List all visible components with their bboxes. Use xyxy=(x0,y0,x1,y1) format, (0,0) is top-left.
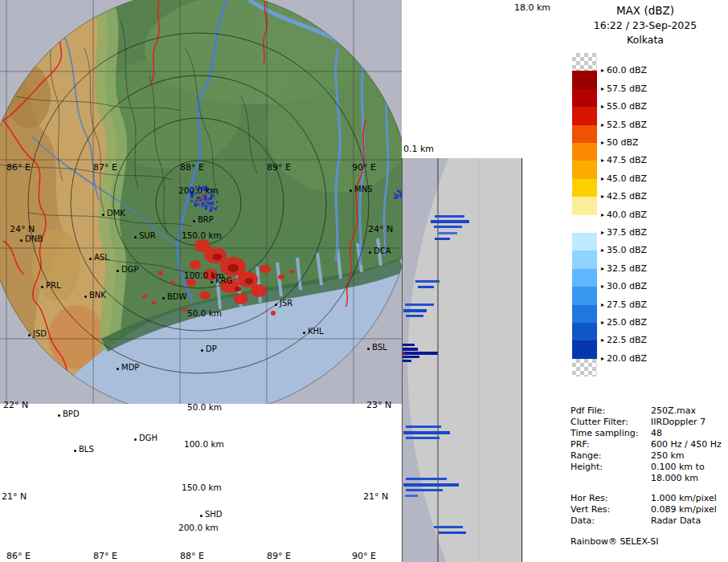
strong-echo-blob xyxy=(251,284,267,297)
echo-bar-horizontal xyxy=(406,437,440,439)
lat-label-left: 21° N xyxy=(2,491,27,502)
strong-echo-blob xyxy=(152,301,157,304)
lat-label-right: 21° N xyxy=(363,491,388,502)
clutter-dot xyxy=(198,185,200,187)
station-label: SHD xyxy=(205,510,223,519)
scale-cell-color xyxy=(572,89,597,107)
scale-tick-text: 22.5 dBZ xyxy=(607,335,647,345)
scale-tick-text: 47.5 dBZ xyxy=(607,155,647,165)
clutter-red-dot xyxy=(201,197,203,199)
clutter-dot xyxy=(202,205,205,207)
scale-cell-color xyxy=(572,107,597,124)
echo-bar-horizontal xyxy=(438,232,457,234)
metadata-label: Range: xyxy=(571,450,602,462)
metadata-row: PRF:600 Hz / 450 Hz xyxy=(571,439,725,450)
metadata-label: Hor Res: xyxy=(571,493,607,504)
scale-tick-label: ▸32.5 dBZ xyxy=(601,263,647,274)
clutter-dot xyxy=(209,193,211,195)
station-dot xyxy=(200,515,202,517)
scale-tick-arrow-icon: ▸ xyxy=(601,139,604,146)
echo-bar-horizontal xyxy=(403,431,450,434)
scale-tick-label: ▸55.0 dBZ xyxy=(601,101,647,112)
scale-tick-text: 40.0 dBZ xyxy=(607,210,647,220)
lon-label-bottom: 86° E xyxy=(6,551,31,561)
clutter-red-dot xyxy=(205,200,207,202)
strong-echo-blob xyxy=(142,295,147,298)
clutter-dot xyxy=(211,203,214,206)
scale-tick-label: ▸20.0 dBZ xyxy=(601,353,647,364)
scale-tick-arrow-icon: ▸ xyxy=(601,157,604,164)
clutter-dot xyxy=(206,205,208,207)
scale-tick-arrow-icon: ▸ xyxy=(601,265,604,272)
scale-cell-color xyxy=(572,125,597,143)
clutter-dot xyxy=(195,202,197,203)
strong-echo-blob xyxy=(271,311,276,316)
echo-core xyxy=(212,254,222,260)
scale-tick-text: 25.0 dBZ xyxy=(607,317,647,328)
metadata-value: 250 km xyxy=(651,450,685,462)
scale-tick-text: 55.0 dBZ xyxy=(607,101,647,112)
echo-core xyxy=(235,287,241,291)
scale-tick-text: 27.5 dBZ xyxy=(607,299,647,310)
metadata-label: Time sampling: xyxy=(571,428,638,439)
clutter-dot xyxy=(195,200,197,202)
scale-tick-arrow-icon: ▸ xyxy=(601,193,604,200)
scale-tick-text: 57.5 dBZ xyxy=(607,83,647,94)
scale-tick-arrow-icon: ▸ xyxy=(601,319,604,326)
scale-tick-label: ▸60.0 dBZ xyxy=(601,65,647,75)
radar-display: 18.0 km 0.1 km MAX (dBZ) 16:22 / 23-Sep-… xyxy=(0,0,728,562)
metadata-row: Range:250 km xyxy=(571,450,725,462)
strong-echo-blob xyxy=(182,308,187,312)
echo-bar-horizontal xyxy=(403,356,419,358)
scale-tick-arrow-icon: ▸ xyxy=(601,336,604,344)
metadata-value: 0.089 km/pixel xyxy=(651,504,717,515)
scale-cell-color xyxy=(572,71,597,88)
scale-tick-label: ▸57.5 dBZ xyxy=(601,83,647,94)
clutter-dot xyxy=(194,203,196,206)
scale-tick-label: ▸27.5 dBZ xyxy=(601,299,647,310)
metadata-label: Vert Res: xyxy=(571,504,610,515)
clutter-dot xyxy=(204,197,207,199)
echo-bar-horizontal xyxy=(403,348,418,351)
height-axis-max-label: 18.0 km xyxy=(514,2,550,13)
echo-bar-horizontal xyxy=(403,309,427,312)
clutter-dot xyxy=(394,193,395,194)
scale-tick-text: 42.5 dBZ xyxy=(607,191,647,202)
clutter-dot xyxy=(207,188,209,190)
scale-cell-transparent xyxy=(572,359,597,377)
strong-echo-blob xyxy=(203,269,218,280)
scale-tick-label: ▸35.0 dBZ xyxy=(601,245,647,255)
scale-tick-text: 52.5 dBZ xyxy=(607,120,647,130)
clutter-dot xyxy=(214,198,215,200)
clutter-dot xyxy=(202,195,204,197)
scale-tick-label: ▸25.0 dBZ xyxy=(601,317,647,328)
metadata-value: Radar Data xyxy=(651,515,701,527)
scale-tick-label: ▸30.0 dBZ xyxy=(601,281,647,291)
scale-cell-color xyxy=(572,179,597,197)
metadata-value: 250Z.max xyxy=(651,405,696,417)
color-scale: ▸60.0 dBZ▸57.5 dBZ▸55.0 dBZ▸52.5 dBZ▸50 … xyxy=(572,53,725,379)
strong-echo-blob xyxy=(260,265,271,273)
clutter-dot xyxy=(197,198,198,200)
strong-echo-blob xyxy=(158,271,163,275)
echo-core xyxy=(227,264,239,272)
scale-tick-label: ▸50 dBZ xyxy=(601,137,639,148)
clutter-dot xyxy=(198,197,200,199)
scale-tick-arrow-icon: ▸ xyxy=(601,283,604,290)
scale-cell-color xyxy=(572,340,597,358)
scale-tick-arrow-icon: ▸ xyxy=(601,67,604,74)
scale-tick-arrow-icon: ▸ xyxy=(601,229,604,236)
clutter-dot xyxy=(201,206,202,206)
strong-echo-blob xyxy=(278,275,284,279)
station-dot xyxy=(134,438,137,441)
echo-bar-horizontal xyxy=(439,531,466,534)
metadata-value: 48 xyxy=(651,428,662,439)
clutter-dot xyxy=(205,185,207,188)
strong-echo-blob xyxy=(234,293,248,304)
clutter-dot xyxy=(202,202,205,206)
echo-bar-horizontal xyxy=(435,238,450,240)
clutter-dot xyxy=(195,186,198,189)
echo-bar-horizontal xyxy=(434,226,462,228)
scale-tick-text: 32.5 dBZ xyxy=(607,263,647,274)
scale-tick-arrow-icon: ▸ xyxy=(601,85,604,92)
